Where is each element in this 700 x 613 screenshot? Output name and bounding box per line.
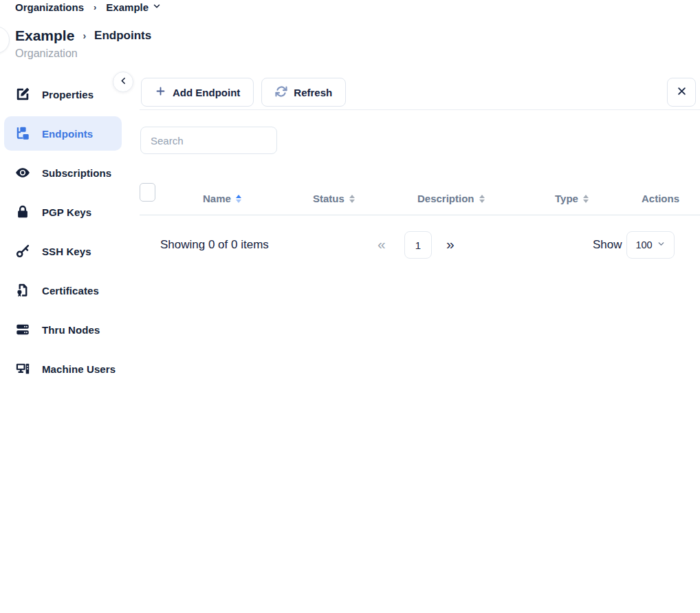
previous-page-button[interactable]: « [378, 231, 386, 257]
certificate-icon [15, 283, 30, 298]
breadcrumb-separator: › [94, 2, 96, 12]
search-input[interactable] [140, 127, 277, 154]
page-title-org: Example [15, 28, 74, 44]
sidebar-item-machine-users[interactable]: Machine Users [4, 352, 122, 386]
column-header-type[interactable]: Type [555, 183, 589, 215]
breadcrumb-example-label: Example [106, 1, 149, 13]
column-header-status[interactable]: Status [313, 183, 355, 215]
breadcrumb-organizations-link[interactable]: Organizations [15, 1, 84, 13]
page-number-button[interactable]: 1 [404, 231, 432, 259]
eye-icon [15, 165, 30, 180]
breadcrumb-example-dropdown[interactable]: Example [106, 1, 162, 13]
next-page-button[interactable]: » [446, 231, 455, 257]
sidebar-item-endpoints[interactable]: Endpoints [4, 116, 122, 151]
column-label: Name [203, 183, 231, 215]
sidebar-item-label: Thru Nodes [42, 324, 100, 336]
sort-icon [583, 195, 589, 203]
show-label: Show [593, 231, 622, 259]
endpoints-panel: Add Endpoint Refresh Name [140, 78, 700, 259]
sidebar: Properties Endpoints Subscriptions PGP K… [4, 77, 122, 386]
page-title-section: Endpoints [94, 29, 151, 43]
lock-icon [15, 204, 30, 219]
column-header-description[interactable]: Description [417, 183, 485, 215]
page: Organizations › Example Example › Endpoi… [0, 0, 700, 613]
refresh-button[interactable]: Refresh [261, 78, 346, 107]
close-icon [677, 86, 687, 98]
sidebar-item-label: Endpoints [42, 128, 93, 140]
sidebar-item-pgp-keys[interactable]: PGP Keys [4, 195, 122, 229]
sort-icon [479, 195, 485, 203]
sidebar-item-properties[interactable]: Properties [4, 77, 122, 111]
column-label: Description [417, 183, 474, 215]
breadcrumb: Organizations › Example [15, 1, 162, 13]
page-size-select[interactable]: 100 [626, 231, 675, 259]
machine-users-icon [15, 361, 30, 376]
close-panel-button[interactable] [667, 78, 696, 107]
plus-icon [155, 85, 166, 99]
sidebar-item-subscriptions[interactable]: Subscriptions [4, 155, 122, 190]
sidebar-item-ssh-keys[interactable]: SSH Keys [4, 234, 122, 268]
refresh-icon [275, 85, 287, 100]
add-endpoint-button[interactable]: Add Endpoint [141, 78, 254, 107]
pagination-bar: Showing 0 of 0 items « 1 » Show 100 [140, 231, 700, 259]
sort-icon [349, 195, 355, 203]
sidebar-item-label: Certificates [42, 285, 99, 297]
sidebar-item-thru-nodes[interactable]: Thru Nodes [4, 312, 122, 347]
server-icon [15, 322, 30, 337]
key-icon [15, 244, 30, 259]
sidebar-item-label: Machine Users [42, 363, 116, 375]
column-label: Actions [642, 183, 679, 215]
column-label: Type [555, 183, 578, 215]
edit-icon [15, 87, 30, 102]
sidebar-item-label: SSH Keys [42, 246, 91, 257]
sidebar-item-label: PGP Keys [42, 206, 91, 218]
column-header-name[interactable]: Name [203, 183, 241, 215]
page-size-value: 100 [635, 239, 652, 250]
edge-collapse-circle[interactable] [0, 26, 10, 54]
sidebar-collapse-button[interactable] [113, 72, 133, 92]
select-all-checkbox[interactable] [140, 183, 155, 202]
toolbar-divider [140, 109, 700, 110]
sidebar-item-certificates[interactable]: Certificates [4, 273, 122, 308]
add-endpoint-label: Add Endpoint [173, 87, 240, 98]
chevron-left-icon [119, 76, 128, 88]
column-header-actions: Actions [642, 183, 679, 215]
sort-icon [236, 195, 241, 203]
page-header: Example › Endpoints Organization [15, 28, 151, 60]
toolbar: Add Endpoint Refresh [140, 78, 700, 107]
chevron-down-icon [152, 1, 162, 13]
sidebar-item-label: Subscriptions [42, 167, 111, 179]
column-label: Status [313, 183, 344, 215]
chevron-down-icon [657, 239, 666, 250]
table-header-row: Name Status Description Type Actions [140, 183, 700, 215]
sidebar-item-label: Properties [42, 89, 94, 100]
table-header-divider [140, 215, 700, 215]
page-subtitle: Organization [15, 47, 151, 60]
items-summary: Showing 0 of 0 items [160, 231, 269, 259]
page-title-separator: › [83, 30, 86, 41]
refresh-label: Refresh [294, 87, 332, 98]
sitemap-icon [15, 126, 30, 141]
